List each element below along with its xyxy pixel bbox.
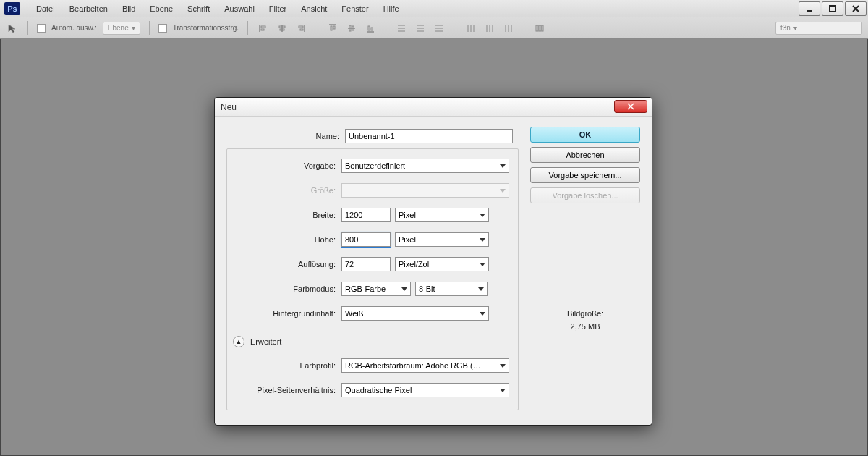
- menu-hilfe[interactable]: Hilfe: [376, 4, 407, 13]
- distribute-left-icon[interactable]: [464, 22, 477, 35]
- align-bottom-icon[interactable]: [364, 22, 377, 35]
- align-vcenter-icon[interactable]: [345, 22, 358, 35]
- preset-dropdown[interactable]: Benutzerdefiniert: [341, 159, 509, 173]
- svg-rect-21: [371, 28, 373, 30]
- colormode-label: Farbmodus:: [227, 284, 341, 293]
- preset-label: Vorgabe:: [227, 161, 341, 170]
- distribute-vcenter-icon[interactable]: [414, 22, 427, 35]
- width-label: Breite:: [227, 211, 341, 219]
- svg-rect-42: [542, 25, 543, 31]
- resolution-unit-dropdown[interactable]: Pixel/Zoll: [395, 257, 489, 271]
- bitdepth-dropdown[interactable]: 8-Bit: [415, 282, 488, 296]
- chevron-up-icon: ▲: [233, 336, 244, 347]
- svg-rect-12: [300, 29, 303, 30]
- bgcontent-label: Hintergrundinhalt:: [227, 309, 341, 318]
- colorprofile-dropdown[interactable]: RGB-Arbeitsfarbraum: Adobe RGB (…: [341, 358, 509, 373]
- menu-filter[interactable]: Filter: [262, 4, 294, 13]
- transform-controls-checkbox[interactable]: [158, 24, 167, 33]
- imagesize-value: 2,75 MB: [530, 322, 640, 331]
- cancel-button[interactable]: Abbrechen: [530, 147, 640, 163]
- auto-select-label: Autom. ausw.:: [51, 24, 97, 32]
- advanced-label: Erweitert: [250, 337, 281, 346]
- menu-bar: Ps Datei Bearbeiten Bild Ebene Schrift A…: [0, 0, 868, 17]
- separator: [27, 21, 28, 35]
- size-dropdown: [341, 183, 509, 198]
- menu-fenster[interactable]: Fenster: [334, 4, 375, 13]
- menu-auswahl[interactable]: Auswahl: [217, 4, 262, 13]
- save-preset-button[interactable]: Vorgabe speichern...: [530, 167, 640, 183]
- size-label: Größe:: [227, 186, 341, 195]
- svg-rect-40: [536, 25, 538, 31]
- minimize-button[interactable]: [799, 1, 820, 16]
- align-top-icon[interactable]: [326, 22, 339, 35]
- align-hcenter-icon[interactable]: [276, 22, 289, 35]
- width-input[interactable]: [341, 208, 391, 222]
- dialog-title: Neu: [221, 102, 237, 112]
- new-document-dialog: Neu Name: Vorgabe: Benutzerdefiniert G: [214, 97, 652, 426]
- close-window-button[interactable]: [845, 1, 867, 16]
- separator: [524, 21, 524, 35]
- pixelaspect-label: Pixel-Seitenverhältnis:: [227, 386, 341, 394]
- dialog-titlebar[interactable]: Neu: [215, 98, 652, 117]
- separator: [247, 21, 248, 35]
- transform-controls-label: Transformationsstrg.: [173, 24, 239, 32]
- align-right-icon[interactable]: [294, 22, 307, 35]
- colorprofile-label: Farbprofil:: [227, 361, 341, 370]
- svg-rect-15: [333, 26, 335, 29]
- distribute-top-icon[interactable]: [395, 22, 408, 35]
- separator: [149, 21, 150, 35]
- distribute-bottom-icon[interactable]: [433, 22, 446, 35]
- svg-rect-41: [539, 25, 541, 31]
- menu-datei[interactable]: Datei: [29, 4, 62, 13]
- svg-rect-5: [261, 26, 265, 28]
- app-logo: Ps: [4, 2, 20, 15]
- pixelaspect-dropdown[interactable]: Quadratische Pixel: [341, 383, 509, 397]
- auto-select-checkbox[interactable]: [37, 24, 46, 33]
- svg-rect-20: [368, 26, 370, 30]
- window-controls: [799, 0, 868, 17]
- menu-schrift[interactable]: Schrift: [180, 4, 217, 13]
- colormode-dropdown[interactable]: RGB-Farbe: [341, 282, 411, 296]
- workspace-dropdown[interactable]: t3n▾: [775, 22, 862, 35]
- bgcontent-dropdown[interactable]: Weiß: [341, 306, 489, 321]
- distribute-hcenter-icon[interactable]: [483, 22, 496, 35]
- separator: [386, 21, 386, 35]
- menu-bearbeiten[interactable]: Bearbeiten: [62, 4, 115, 13]
- menu-ebene[interactable]: Ebene: [142, 4, 180, 13]
- height-input[interactable]: [341, 232, 391, 247]
- move-tool-icon[interactable]: [6, 22, 19, 35]
- maximize-button[interactable]: [822, 1, 843, 16]
- separator: [293, 342, 514, 342]
- width-unit-dropdown[interactable]: Pixel: [395, 208, 489, 222]
- options-bar: Autom. ausw.: Ebene▾ Transformationsstrg…: [0, 17, 868, 39]
- resolution-label: Auflösung:: [227, 260, 341, 269]
- name-input[interactable]: [345, 129, 513, 143]
- height-label: Höhe:: [227, 235, 341, 244]
- height-unit-dropdown[interactable]: Pixel: [395, 232, 489, 247]
- menu-bild[interactable]: Bild: [115, 4, 142, 13]
- svg-rect-11: [299, 26, 303, 28]
- layer-dropdown[interactable]: Ebene▾: [103, 22, 140, 35]
- svg-rect-6: [261, 29, 264, 30]
- dialog-close-button[interactable]: [614, 100, 647, 113]
- auto-align-icon[interactable]: [533, 22, 546, 35]
- imagesize-label: Bildgröße:: [530, 309, 640, 318]
- delete-preset-button: Vorgabe löschen...: [530, 187, 640, 203]
- svg-rect-14: [331, 26, 332, 30]
- ok-button[interactable]: OK: [530, 127, 640, 143]
- menu-ansicht[interactable]: Ansicht: [294, 4, 334, 13]
- name-label: Name:: [226, 132, 345, 140]
- distribute-right-icon[interactable]: [502, 22, 515, 35]
- svg-rect-1: [830, 6, 835, 12]
- resolution-input[interactable]: [341, 257, 391, 271]
- advanced-toggle[interactable]: ▲ Erweitert: [233, 336, 514, 347]
- align-left-icon[interactable]: [257, 22, 270, 35]
